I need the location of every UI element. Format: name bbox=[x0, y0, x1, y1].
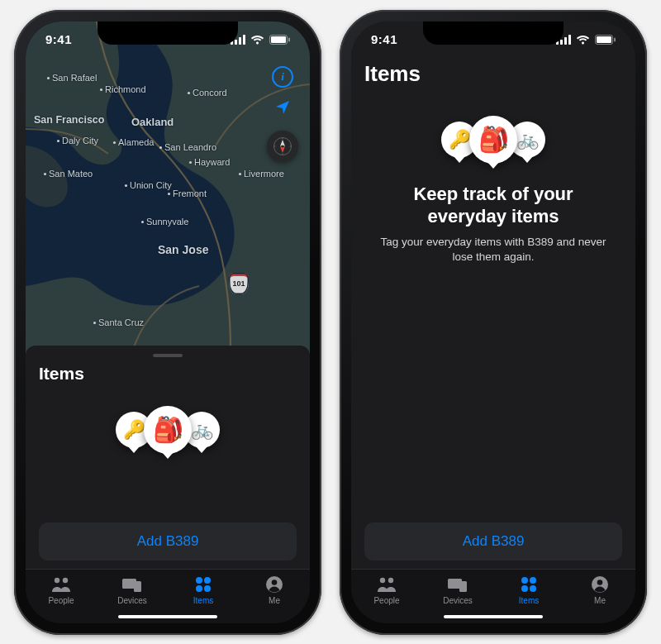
me-icon bbox=[591, 575, 609, 594]
sheet-grabber[interactable] bbox=[153, 354, 183, 357]
add-item-button[interactable]: Add B389 bbox=[39, 522, 297, 561]
svg-rect-26 bbox=[568, 35, 571, 45]
me-icon bbox=[265, 575, 283, 594]
svg-rect-25 bbox=[564, 37, 567, 45]
svg-rect-3 bbox=[243, 35, 245, 45]
highway-101-badge: 101 bbox=[229, 273, 249, 294]
tab-label: Devices bbox=[443, 596, 473, 605]
devices-icon bbox=[121, 575, 143, 594]
tab-items[interactable]: Items bbox=[500, 575, 558, 605]
notch bbox=[97, 21, 238, 45]
wifi-icon bbox=[576, 35, 590, 45]
tab-label: Items bbox=[519, 596, 539, 605]
svg-rect-5 bbox=[271, 36, 286, 43]
people-icon bbox=[375, 575, 398, 594]
backpack-icon: 🎒 bbox=[469, 116, 517, 164]
screen-left: 9:41 bbox=[26, 21, 310, 623]
tab-label: People bbox=[48, 596, 74, 605]
compass-button[interactable] bbox=[267, 131, 298, 162]
sheet-title: Items bbox=[364, 61, 622, 87]
phone-right: 9:41 Items 🔑 🎒 bbox=[340, 10, 647, 635]
tab-label: Me bbox=[594, 596, 606, 605]
svg-rect-1 bbox=[235, 40, 237, 45]
tab-me[interactable]: Me bbox=[245, 575, 303, 605]
svg-rect-33 bbox=[459, 581, 467, 592]
svg-point-14 bbox=[63, 577, 68, 582]
sheet-title: Items bbox=[39, 364, 297, 384]
locate-me-button[interactable] bbox=[274, 99, 291, 119]
tab-label: Items bbox=[193, 596, 213, 605]
svg-point-22 bbox=[272, 580, 278, 585]
devices-icon bbox=[447, 575, 468, 594]
status-time: 9:41 bbox=[371, 32, 421, 46]
onboarding-subtext: Tag your everyday items with B389 and ne… bbox=[378, 235, 609, 265]
battery-icon bbox=[595, 35, 616, 45]
svg-rect-29 bbox=[614, 37, 616, 41]
map-view[interactable]: San Rafael Richmond Concord San Francisc… bbox=[26, 21, 310, 355]
phone-left: 9:41 bbox=[14, 10, 321, 635]
svg-point-36 bbox=[521, 585, 528, 592]
item-icon-cluster: 🔑 🎒 🚲 bbox=[363, 110, 624, 169]
svg-point-39 bbox=[597, 580, 603, 585]
status-time: 9:41 bbox=[45, 32, 95, 46]
tab-devices[interactable]: Devices bbox=[429, 575, 487, 605]
items-sheet[interactable]: Items 🔑 🎒 🚲 Add B389 bbox=[26, 346, 310, 569]
svg-rect-2 bbox=[239, 37, 241, 45]
tab-label: People bbox=[373, 596, 399, 605]
tab-items[interactable]: Items bbox=[174, 575, 232, 605]
wifi-icon bbox=[250, 35, 264, 45]
svg-point-20 bbox=[204, 585, 211, 592]
svg-point-13 bbox=[55, 577, 59, 582]
add-item-button[interactable]: Add B389 bbox=[364, 522, 622, 561]
svg-rect-24 bbox=[560, 40, 563, 45]
tab-people[interactable]: People bbox=[358, 575, 416, 605]
tab-me[interactable]: Me bbox=[571, 575, 629, 605]
notch bbox=[423, 21, 564, 45]
tab-devices[interactable]: Devices bbox=[103, 575, 161, 605]
map-info-button[interactable]: i bbox=[272, 66, 293, 88]
svg-point-19 bbox=[196, 585, 202, 592]
svg-point-17 bbox=[196, 577, 202, 584]
svg-rect-28 bbox=[597, 36, 611, 43]
svg-rect-16 bbox=[134, 581, 141, 592]
svg-point-34 bbox=[521, 577, 528, 584]
home-indicator[interactable] bbox=[444, 615, 543, 618]
home-indicator[interactable] bbox=[118, 615, 217, 618]
items-icon bbox=[194, 575, 212, 594]
people-icon bbox=[50, 575, 73, 594]
svg-rect-6 bbox=[288, 37, 290, 41]
battery-icon bbox=[269, 35, 290, 45]
svg-point-37 bbox=[530, 585, 536, 592]
svg-point-35 bbox=[530, 577, 536, 584]
tab-label: Devices bbox=[117, 596, 147, 605]
items-onboarding-sheet[interactable]: Items 🔑 🎒 🚲 Keep track of your everyday … bbox=[351, 21, 635, 569]
svg-point-18 bbox=[204, 577, 211, 584]
tab-label: Me bbox=[269, 596, 280, 605]
tab-people[interactable]: People bbox=[32, 575, 90, 605]
svg-point-30 bbox=[380, 577, 385, 582]
svg-point-31 bbox=[388, 577, 393, 582]
onboarding-headline: Keep track of your everyday items bbox=[371, 183, 616, 228]
screen-right: 9:41 Items 🔑 🎒 bbox=[351, 21, 635, 623]
item-icon-cluster: 🔑 🎒 🚲 bbox=[37, 400, 298, 460]
backpack-icon: 🎒 bbox=[144, 406, 192, 454]
items-icon bbox=[520, 575, 538, 594]
